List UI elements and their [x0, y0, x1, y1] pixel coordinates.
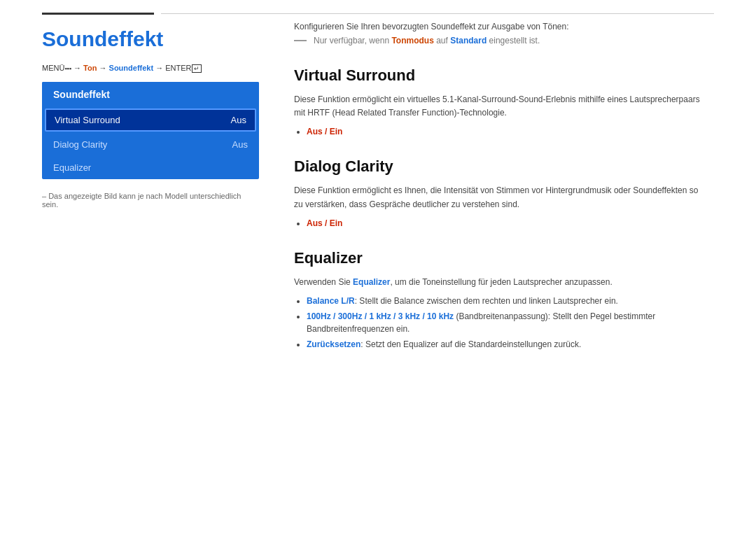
- top-bar: [0, 0, 756, 15]
- nav-box: Soundeffekt Virtual Surround Aus Dialog …: [42, 82, 259, 179]
- tonmodus-highlight: Tonmodus: [391, 36, 433, 45]
- page-title: Soundeffekt: [42, 27, 259, 51]
- section-virtual-surround: Virtual Surround Diese Funktion ermöglic…: [294, 66, 714, 138]
- top-line-left: [42, 13, 154, 15]
- note: – Das angezeigte Bild kann je nach Model…: [42, 192, 259, 209]
- menu-path: MENÜ▪▪▪ → Ton → Soundeffekt → ENTER↵: [42, 64, 259, 72]
- section-desc-equalizer: Verwenden Sie Equalizer, um die Toneinst…: [294, 276, 707, 289]
- intro-note-text: Nur verfügbar, wenn Tonmodus auf Standar…: [314, 36, 540, 45]
- section-title-virtual-surround: Virtual Surround: [294, 66, 714, 85]
- section-equalizer: Equalizer Verwenden Sie Equalizer, um di…: [294, 249, 714, 351]
- intro-note: Nur verfügbar, wenn Tonmodus auf Standar…: [294, 36, 714, 45]
- nav-item-value: Aus: [232, 139, 248, 150]
- nav-item-label: Virtual Surround: [55, 115, 120, 125]
- nav-item-dialog-clarity[interactable]: Dialog Clarity Aus: [42, 133, 259, 156]
- balance-lr-label: Balance L/R: [307, 296, 355, 306]
- bullet-list-equalizer: Balance L/R: Stellt die Balance zwischen…: [307, 295, 714, 351]
- zuruecksetzen-label: Zurücksetzen: [307, 339, 360, 349]
- bullet-list-dialog-clarity: Aus / Ein: [307, 217, 714, 230]
- menu-path-text: MENÜ▪▪▪ → Ton → Soundeffekt → ENTER↵: [42, 64, 202, 72]
- section-title-equalizer: Equalizer: [294, 249, 714, 267]
- list-item: 100Hz / 300Hz / 1 kHz / 3 kHz / 10 kHz (…: [307, 310, 714, 335]
- section-desc-virtual-surround: Diese Funktion ermöglicht ein virtuelles…: [294, 93, 707, 120]
- top-line-right: [161, 13, 714, 14]
- left-panel: Soundeffekt MENÜ▪▪▪ → Ton → Soundeffekt …: [42, 22, 259, 370]
- list-item: Balance L/R: Stellt die Balance zwischen…: [307, 295, 714, 307]
- list-item: Aus / Ein: [307, 125, 714, 138]
- dash-icon: [294, 40, 307, 41]
- list-item: Aus / Ein: [307, 217, 714, 230]
- section-desc-dialog-clarity: Diese Funktion ermöglicht es Ihnen, die …: [294, 184, 707, 211]
- intro-text: Konfigurieren Sie Ihren bevorzugten Soun…: [294, 22, 714, 31]
- equalizer-link: Equalizer: [353, 277, 390, 287]
- section-title-dialog-clarity: Dialog Clarity: [294, 157, 714, 176]
- nav-item-label: Dialog Clarity: [53, 139, 107, 150]
- bullet-list-virtual-surround: Aus / Ein: [307, 125, 714, 138]
- main-layout: Soundeffekt MENÜ▪▪▪ → Ton → Soundeffekt …: [0, 22, 756, 370]
- right-panel: Konfigurieren Sie Ihren bevorzugten Soun…: [294, 22, 714, 370]
- aus-ein-label: Aus / Ein: [307, 127, 342, 136]
- nav-item-virtual-surround[interactable]: Virtual Surround Aus: [45, 108, 256, 132]
- nav-box-title: Soundeffekt: [42, 82, 259, 107]
- nav-item-equalizer[interactable]: Equalizer: [42, 156, 259, 179]
- aus-ein-label-2: Aus / Ein: [307, 218, 342, 228]
- nav-item-value: Aus: [231, 115, 246, 125]
- section-dialog-clarity: Dialog Clarity Diese Funktion ermöglicht…: [294, 157, 714, 229]
- list-item: Zurücksetzen: Setzt den Equalizer auf di…: [307, 338, 714, 351]
- frequencies-label: 100Hz / 300Hz / 1 kHz / 3 kHz / 10 kHz: [307, 311, 454, 321]
- standard-highlight: Standard: [450, 36, 486, 45]
- nav-item-label: Equalizer: [53, 162, 91, 173]
